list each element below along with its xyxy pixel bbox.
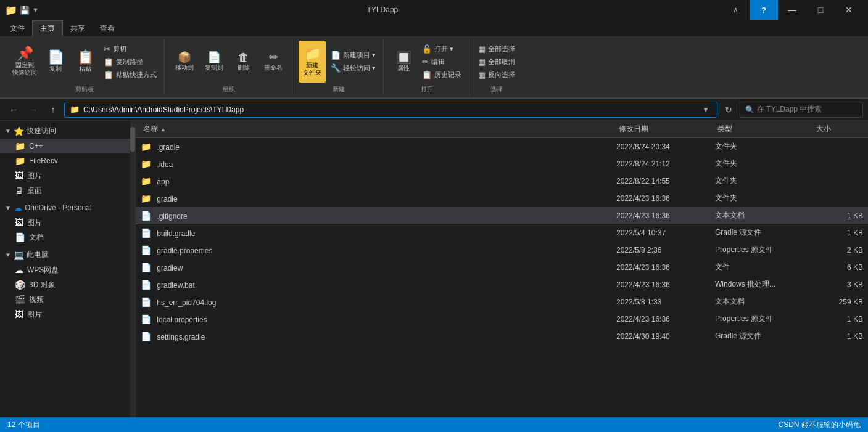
table-row[interactable]: 📄 build.gradle 2022/5/4 10:37 Gradle 源文件… [136,224,868,242]
od-pictures-label: 图片 [27,218,42,228]
close-button[interactable]: ✕ [835,0,863,20]
paste-shortcut-button[interactable]: 📋 粘贴快捷方式 [101,68,159,81]
up-button[interactable]: ↑ [44,101,62,118]
edit-button[interactable]: ✏ 编辑 [420,55,464,68]
sidebar-item-desktop[interactable]: 🖥 桌面 [0,183,135,198]
file-date: 2022/8/24 20:34 [616,142,715,151]
quick-access-icon: 💾 [20,6,30,15]
rename-icon: ✏ [269,52,278,63]
minimize-button[interactable]: — [778,0,806,20]
easy-access-button[interactable]: 🔧 轻松访问 ▾ [328,62,378,75]
move-to-button[interactable]: 📦 移动到 [171,41,198,83]
sidebar-item-cpp[interactable]: 📁 C++ [0,139,135,153]
open-button[interactable]: 🔓 打开 ▾ [420,43,464,55]
rename-button[interactable]: ✏ 重命名 [260,41,287,83]
tab-home[interactable]: 主页 [32,20,63,36]
pin-quick-access-button[interactable]: 📌 固定到快速访问 [10,41,39,83]
history-button[interactable]: 📋 历史记录 [420,68,464,81]
sidebar-item-pictures[interactable]: 🖼 图片 [0,168,135,183]
col-header-name[interactable]: 名称 ▲ [141,121,616,137]
ribbon: 📌 固定到快速访问 📄 复制 📋 粘贴 ✂ 剪切 📋 复制路径 [0,37,868,99]
window-controls: ∧ ? — □ ✕ [721,0,863,20]
col-header-size[interactable]: 大小 [814,121,863,137]
sidebar-item-3d[interactable]: 🎲 3D 对象 [0,277,135,292]
file-icon-.gradle: 📁 [141,142,151,152]
thispc-label: 此电脑 [27,250,49,260]
file-name: 📄 local.properties [141,314,616,324]
table-row[interactable]: 📄 gradle.properties 2022/5/8 2:36 Proper… [136,242,868,259]
refresh-button[interactable]: ↻ [720,101,737,118]
file-size: 3 KB [814,280,863,289]
deselect-all-button[interactable]: ▦ 全部取消 [476,55,518,68]
new-folder-button[interactable]: 📁 新建文件夹 [299,41,326,83]
file-date: 2022/5/8 1:33 [616,298,715,306]
address-dropdown-button[interactable]: ▼ [700,105,712,114]
help-button[interactable]: ? [750,0,778,20]
collapse-button[interactable]: ∧ [721,0,750,20]
delete-button[interactable]: 🗑 删除 [230,41,257,83]
file-icon-gradlew.bat: 📄 [141,280,151,290]
quick-access-label: 快速访问 [27,126,56,136]
tab-view[interactable]: 查看 [93,20,122,36]
clipboard-label: 剪贴板 [75,85,94,95]
maximize-button[interactable]: □ [806,0,835,20]
table-row[interactable]: 📄 hs_err_pid704.log 2022/5/8 1:33 文本文档 2… [136,293,868,311]
sidebar-item-documents[interactable]: 📄 文档 [0,230,135,245]
col-header-date[interactable]: 修改日期 [616,121,715,137]
properties-button[interactable]: 🔲 属性 [390,41,417,83]
cpp-label: C++ [29,142,43,150]
table-row[interactable]: 📄 settings.gradle 2022/4/30 19:40 Gradle… [136,328,868,345]
open-small-group: 🔓 打开 ▾ ✏ 编辑 📋 历史记录 [420,43,464,81]
cut-button[interactable]: ✂ 剪切 [101,43,159,55]
edit-icon: ✏ [422,57,429,67]
table-row[interactable]: 📁 .gradle 2022/8/24 20:34 文件夹 [136,138,868,155]
copy-path-icon: 📋 [104,57,114,67]
ribbon-group-new: 📁 新建文件夹 📄 新建项目 ▾ 🔧 轻松访问 ▾ 新建 [294,39,384,95]
paste-shortcut-icon: 📋 [104,70,114,79]
sidebar-item-pc-pictures[interactable]: 🖼 图片 [0,307,135,322]
copy-button[interactable]: 📄 复制 [42,41,69,83]
select-all-icon: ▦ [478,44,486,54]
open-icon: 🔓 [422,44,432,54]
col-header-type[interactable]: 类型 [715,121,814,137]
video-label: 视频 [29,295,44,305]
ribbon-tabs: 文件 主页 共享 查看 [0,20,868,37]
table-row[interactable]: 📄 .gitignore 2022/4/23 16:36 文本文档 1 KB [136,207,868,224]
app-icon: 📁 [5,4,17,16]
back-button[interactable]: ← [5,101,22,118]
sidebar-scrollbar[interactable] [130,121,135,417]
sidebar-item-video[interactable]: 🎬 视频 [0,292,135,307]
copy-to-button[interactable]: 📄 复制到 [200,41,228,83]
sidebar-scrollbar-thumb [130,127,135,152]
forward-button[interactable]: → [25,101,42,118]
table-row[interactable]: 📄 local.properties 2022/4/23 16:36 Prope… [136,311,868,328]
invert-icon: ▦ [478,70,486,79]
select-all-button[interactable]: ▦ 全部选择 [476,43,518,55]
table-row[interactable]: 📁 app 2022/8/22 14:55 文件夹 [136,173,868,190]
tab-share[interactable]: 共享 [63,20,93,36]
table-row[interactable]: 📁 .idea 2022/8/24 21:12 文件夹 [136,155,868,173]
thispc-header[interactable]: ▼ 💻 此电脑 [0,247,135,263]
file-date: 2022/4/23 16:36 [616,211,715,220]
table-row[interactable]: 📄 gradlew.bat 2022/4/23 16:36 Windows 批处… [136,276,868,293]
paste-button[interactable]: 📋 粘贴 [72,41,99,83]
table-row[interactable]: 📁 gradle 2022/4/23 16:36 文件夹 [136,190,868,207]
file-name: 📄 gradlew.bat [141,280,616,290]
new-item-button[interactable]: 📄 新建项目 ▾ [328,49,378,62]
sidebar-item-filerecv[interactable]: 📁 FileRecv [0,153,135,168]
save-icon[interactable]: ▼ [32,6,39,14]
onedrive-header[interactable]: ▼ ☁ OneDrive - Personal [0,200,135,215]
folder-filerecv-icon: 📁 [15,156,25,166]
address-input-wrapper[interactable]: 📁 C:\Users\Admin\AndroidStudioProjects\T… [64,102,717,118]
invert-selection-button[interactable]: ▦ 反向选择 [476,68,518,81]
address-path[interactable]: C:\Users\Admin\AndroidStudioProjects\TYL… [83,105,700,114]
sidebar-item-wps[interactable]: ☁ WPS网盘 [0,263,135,277]
tab-file[interactable]: 文件 [2,20,32,36]
file-type: Windows 批处理... [715,279,814,290]
copy-path-button[interactable]: 📋 复制路径 [101,55,159,68]
quick-access-header[interactable]: ▼ ⭐ 快速访问 [0,123,135,139]
table-row[interactable]: 📄 gradlew 2022/4/23 16:36 文件 6 KB [136,259,868,276]
sidebar-item-od-pictures[interactable]: 🖼 图片 [0,215,135,230]
file-name: 📄 hs_err_pid704.log [141,297,616,307]
file-name: 📄 gradle.properties [141,245,616,255]
